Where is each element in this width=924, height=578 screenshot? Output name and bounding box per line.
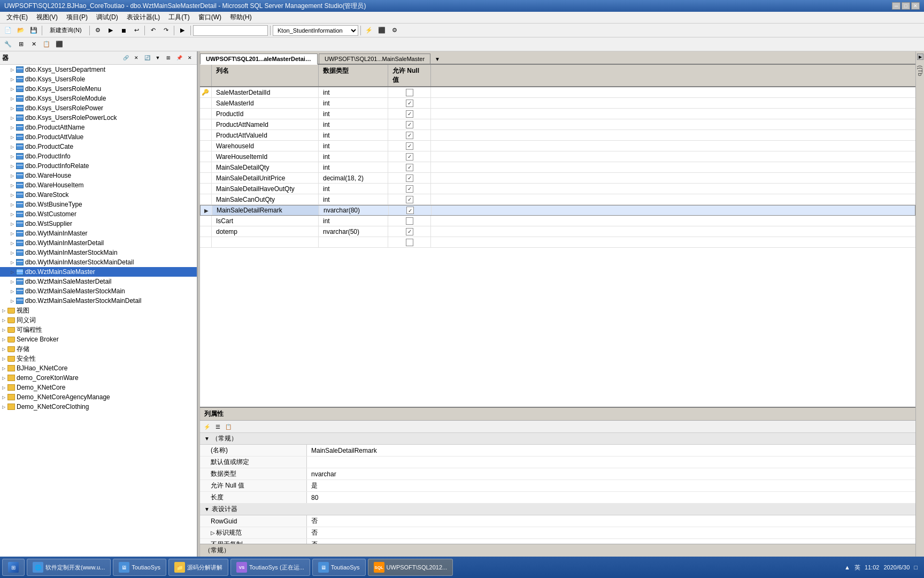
tree-item-programmability[interactable]: ▷ 可编程性 [0, 325, 197, 334]
tree-item-wytmaininmasterstockmaindetail[interactable]: ▷ dbo.WytMainInMasterStockMainDetail [0, 257, 197, 267]
db-dropdown[interactable]: Kton_StudentInformation [273, 25, 358, 36]
table-row[interactable]: MainSaleCanOutQty int [200, 194, 915, 205]
null-checkbox[interactable] [406, 185, 413, 193]
props-row-default[interactable]: 默认值或绑定 [200, 457, 915, 468]
tab-salemastermaster[interactable]: UWPSOFT\SQL201...MainSaleMaster [319, 54, 430, 64]
table-row[interactable]: 🔑 SaleMasterDetailId int [200, 87, 915, 98]
tree-item-security[interactable]: ▷ 安全性 [0, 354, 197, 363]
props-sort-az[interactable]: ⚡ [202, 422, 212, 431]
tree-item-demo-knetcoreclothing[interactable]: ▷ Demo_KNetCoreClothing [0, 402, 197, 412]
table-row[interactable]: ▶ MainSaleDetailRemark nvarchar(80) [200, 205, 915, 216]
lp-options[interactable]: ⊞ [164, 53, 173, 63]
handle-collapse-btn[interactable]: ▶ [917, 54, 923, 60]
taskbar-item-software[interactable]: 🌐 软件定制开发(www.u... [27, 559, 111, 576]
tab-arrow-right[interactable]: ▼ [432, 55, 443, 64]
menu-view[interactable]: 视图(V) [32, 12, 62, 23]
col-name-cell[interactable]: WareHouseItemId [212, 151, 319, 162]
col-name-cell[interactable]: ProductAttValueId [212, 130, 319, 140]
col-type-cell[interactable]: int [319, 87, 388, 97]
col-name-cell[interactable]: SaleMasterId [212, 98, 319, 108]
menu-project[interactable]: 项目(P) [62, 12, 92, 23]
tree-item-demo-knetcore[interactable]: ▷ Demo_KNetCore [0, 383, 197, 392]
col-null-cell[interactable] [388, 98, 431, 108]
null-checkbox[interactable] [406, 89, 413, 96]
tb-new-query[interactable]: 新建查询(N) [44, 25, 87, 36]
col-type-cell[interactable]: int [319, 216, 388, 226]
menu-tools[interactable]: 工具(T) [164, 12, 194, 23]
search-input[interactable] [193, 25, 268, 36]
tb2-btn4[interactable]: 📋 [41, 39, 52, 50]
null-checkbox[interactable] [406, 132, 413, 139]
col-name-cell[interactable]: MainSaleDetailQty [212, 162, 319, 172]
tree-item-productattvalue[interactable]: ▷ dbo.ProductAttValue [0, 132, 197, 142]
table-row[interactable]: ProductAttNameId int [200, 119, 915, 130]
tree-item-ksys-usersrolepower[interactable]: ▷ dbo.Ksys_UsersRolePower [0, 103, 197, 113]
null-checkbox[interactable] [406, 217, 413, 225]
null-checkbox[interactable] [406, 164, 413, 171]
tree-item-ksys-usersrolepowerlock[interactable]: ▷ dbo.Ksys_UsersRolePowerLock [0, 113, 197, 123]
props-section-general[interactable]: ▼ （常规） [200, 433, 915, 445]
col-name-cell[interactable]: dotemp [212, 226, 319, 237]
tb2-btn2[interactable]: ⊞ [15, 39, 27, 50]
col-name-cell[interactable]: IsCart [212, 216, 319, 226]
lp-filter[interactable]: ▼ [153, 53, 163, 63]
col-null-cell[interactable] [388, 141, 431, 151]
tb2-btn5[interactable]: ⬛ [53, 39, 65, 50]
taskbar-show-desktop[interactable]: □ [914, 564, 918, 571]
taskbar-item-toutiaosys[interactable]: 🖥 ToutiaoSys [113, 559, 166, 576]
col-name-cell[interactable]: WarehouseId [212, 141, 319, 151]
tree-item-wstsupplier[interactable]: ▷ dbo.WstSupplier [0, 219, 197, 229]
tree-item-demo-knetcoreagencymanage[interactable]: ▷ Demo_KNetCoreAgencyManage [0, 392, 197, 402]
tree-item-warestock[interactable]: ▷ dbo.WareStock [0, 190, 197, 200]
props-row-notforreplica[interactable]: 不用于复制 否 [200, 539, 915, 544]
tree-item-wstcustomer[interactable]: ▷ dbo.WstCustomer [0, 209, 197, 219]
tree-item-synonyms[interactable]: ▷ 同义词 [0, 315, 197, 325]
close-button[interactable]: ✕ [911, 2, 920, 10]
start-button[interactable]: ⊞ [2, 559, 25, 576]
tree-item-bjhao-knetcore[interactable]: ▷ BJHao_KNetCore [0, 363, 197, 373]
tb-btn6[interactable]: ⬛ [376, 25, 388, 36]
tree-item-ksys-usersrole[interactable]: ▷ dbo.Ksys_UsersRole [0, 74, 197, 84]
null-checkbox[interactable] [406, 121, 413, 128]
tree-item-ksys-usersrolemenu[interactable]: ▷ dbo.Ksys_UsersRoleMenu [0, 84, 197, 94]
taskbar-item-toutiaosys2[interactable]: 🖥 ToutiaoSys [312, 559, 366, 576]
tree-item-views[interactable]: ▷ 视图 [0, 306, 197, 315]
col-type-cell[interactable]: nvarchar(50) [319, 226, 388, 237]
tree-item-wytmaininmaster[interactable]: ▷ dbo.WytMainInMaster [0, 229, 197, 238]
tb-new-file[interactable]: 📄 [2, 25, 14, 36]
col-null-cell[interactable] [388, 226, 431, 237]
col-null-cell[interactable] [388, 173, 431, 183]
taskbar-item-sourcecode[interactable]: 📁 源码分解讲解 [168, 559, 228, 576]
props-section-tabledesigner[interactable]: ▼ 表设计器 [200, 504, 915, 515]
props-sort-category[interactable]: ☰ [213, 422, 222, 431]
col-name-cell[interactable]: ProductId [212, 109, 319, 119]
props-row-rowguid[interactable]: RowGuid 否 [200, 515, 915, 527]
col-type-cell[interactable]: decimal(18, 2) [319, 173, 388, 183]
lp-connect[interactable]: 🔗 [121, 53, 130, 63]
taskbar-item-vs[interactable]: VS ToutiaoSys (正在运... [230, 559, 310, 576]
tree-item-wytmaininmasterstockmain[interactable]: ▷ dbo.WytMainInMasterStockMain [0, 248, 197, 257]
col-type-cell[interactable]: int [319, 130, 388, 140]
tb2-btn1[interactable]: 🔧 [2, 39, 14, 50]
col-type-cell[interactable]: int [319, 141, 388, 151]
tb-run[interactable]: ▶ [176, 25, 188, 36]
tree-item-ksys-usersdept[interactable]: ▷ dbo.Ksys_UsersDepartment [0, 65, 197, 74]
tb-btn5[interactable]: ⚡ [363, 25, 375, 36]
col-type-cell[interactable]: int [319, 151, 388, 162]
table-row[interactable]: dotemp nvarchar(50) [200, 226, 915, 237]
null-checkbox[interactable] [406, 110, 413, 118]
null-checkbox[interactable] [406, 196, 413, 203]
menu-debug[interactable]: 调试(D) [92, 12, 122, 23]
tree-item-wztmainsalemaster[interactable]: ▷ dbo.WztMainSaleMaster [0, 267, 197, 277]
col-name-cell[interactable]: MainSaleDetailRemark [212, 206, 319, 215]
col-type-cell[interactable]: nvarchar(80) [319, 206, 389, 215]
menu-file[interactable]: 文件(E) [2, 12, 32, 23]
lp-refresh[interactable]: 🔄 [142, 53, 152, 63]
col-type-cell[interactable] [319, 237, 388, 247]
tree-item-ksys-usersrolemodule[interactable]: ▷ dbo.Ksys_UsersRoleModule [0, 94, 197, 103]
col-null-cell[interactable] [388, 119, 431, 130]
tb-btn1[interactable]: ⚙ [92, 25, 104, 36]
col-name-cell[interactable]: MainSaleCanOutQty [212, 194, 319, 204]
props-row-datatype[interactable]: 数据类型 nvarchar [200, 468, 915, 480]
tree-item-warehouse[interactable]: ▷ dbo.WareHouse [0, 171, 197, 180]
